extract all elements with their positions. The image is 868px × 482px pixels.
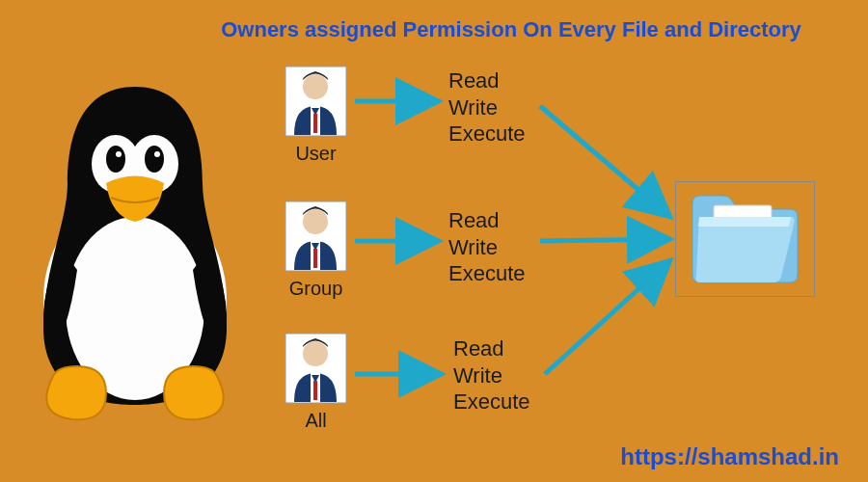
- source-url: https://shamshad.in: [620, 443, 839, 470]
- arrow-group-folder: [540, 239, 670, 241]
- owner-user: User: [285, 66, 347, 165]
- perm-execute: Execute: [448, 120, 526, 147]
- perm-write: Write: [448, 94, 526, 121]
- svg-point-5: [145, 146, 164, 173]
- perm-read: Read: [453, 335, 530, 362]
- permissions-all: Read Write Execute: [453, 335, 530, 415]
- svg-rect-15: [313, 249, 317, 268]
- arrow-all-folder: [545, 260, 670, 374]
- linux-penguin-icon: [14, 77, 256, 428]
- folder-icon: [685, 188, 805, 293]
- owner-group: Group: [285, 201, 347, 300]
- permissions-user: Read Write Execute: [448, 67, 526, 147]
- perm-write: Write: [448, 234, 526, 261]
- perm-read: Read: [448, 67, 526, 94]
- owner-user-label: User: [285, 143, 347, 165]
- svg-rect-11: [313, 114, 317, 133]
- permissions-group: Read Write Execute: [448, 207, 526, 287]
- owner-all-label: All: [285, 410, 347, 432]
- user-icon: [285, 333, 347, 404]
- svg-point-6: [116, 151, 122, 157]
- arrow-user-folder: [540, 106, 670, 217]
- owner-all: All: [285, 333, 347, 432]
- svg-point-17: [303, 341, 328, 366]
- perm-read: Read: [448, 207, 526, 234]
- svg-point-13: [303, 209, 328, 234]
- svg-rect-19: [313, 381, 317, 400]
- perm-execute: Execute: [453, 388, 530, 415]
- svg-point-7: [154, 151, 160, 157]
- svg-point-9: [303, 74, 328, 99]
- user-icon: [285, 66, 347, 137]
- owner-group-label: Group: [285, 278, 347, 300]
- perm-write: Write: [453, 362, 530, 389]
- user-icon: [285, 201, 347, 272]
- diagram-title: Owners assigned Permission On Every File…: [193, 17, 829, 42]
- perm-execute: Execute: [448, 260, 526, 287]
- svg-point-4: [106, 146, 125, 173]
